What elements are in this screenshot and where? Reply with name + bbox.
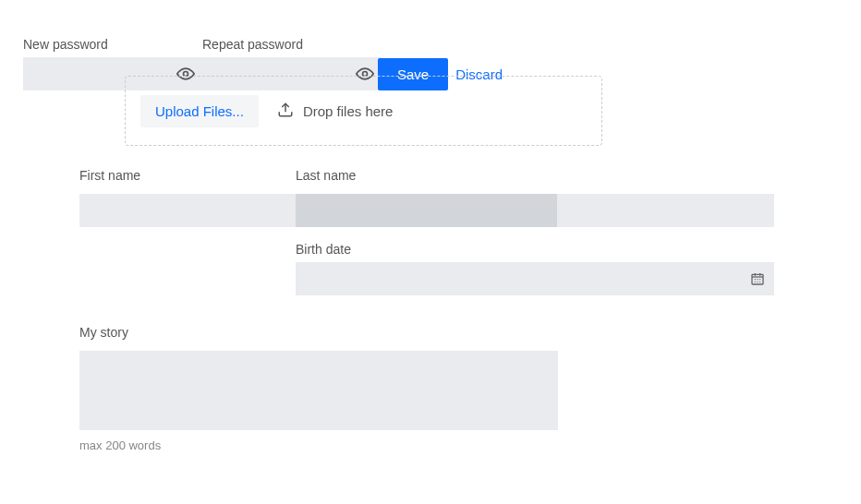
svg-point-10 (755, 282, 756, 282)
upload-icon (277, 102, 294, 121)
my-story-hint: max 200 words (79, 438, 558, 452)
my-story-textarea[interactable] (79, 351, 558, 430)
birth-date-label: Birth date (296, 242, 774, 257)
upload-dropzone[interactable]: Upload Files... Drop files here (125, 76, 602, 146)
birth-date-input[interactable] (296, 262, 774, 295)
new-password-label: New password (23, 37, 202, 52)
last-name-input-extension[interactable] (557, 194, 774, 227)
svg-point-11 (757, 282, 758, 282)
first-name-input[interactable] (79, 194, 296, 227)
drop-files-hint: Drop files here (303, 103, 394, 119)
repeat-password-label: Repeat password (202, 37, 382, 52)
svg-point-12 (759, 282, 760, 282)
svg-point-8 (757, 279, 758, 280)
svg-point-7 (755, 279, 756, 280)
svg-point-9 (759, 279, 760, 280)
first-name-label: First name (79, 168, 296, 183)
calendar-icon[interactable] (750, 271, 765, 286)
last-name-input[interactable] (296, 194, 557, 227)
last-name-label: Last name (296, 168, 356, 183)
upload-files-button[interactable]: Upload Files... (140, 95, 259, 127)
my-story-label: My story (79, 325, 558, 340)
